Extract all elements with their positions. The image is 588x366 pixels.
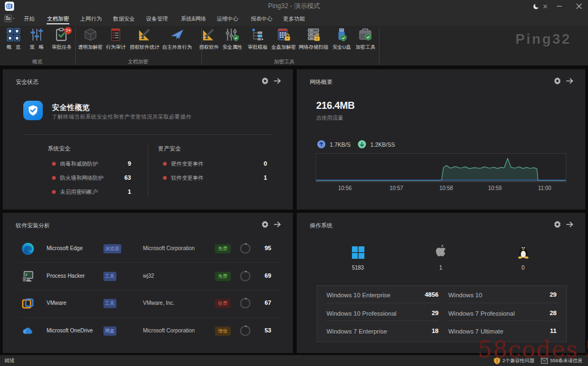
price-badge: 增值 bbox=[215, 326, 231, 336]
price-badge: 免费 bbox=[215, 272, 231, 281]
menu-item-ops-center[interactable]: 运维中心 bbox=[217, 12, 238, 26]
ruler-pencil-icon bbox=[202, 28, 216, 42]
menu-item-start[interactable]: 开始 bbox=[24, 12, 35, 26]
theme-moon-button[interactable] bbox=[531, 0, 541, 12]
menu-item-device-mgmt[interactable]: 设备管理 bbox=[146, 12, 168, 26]
close-icon bbox=[576, 3, 582, 9]
ribbon-button-self-send[interactable]: 自主外发行为 bbox=[162, 28, 192, 56]
gear-icon[interactable] bbox=[261, 77, 269, 85]
ribbon-button-encryption-tools[interactable]: 加密工具 bbox=[356, 28, 376, 56]
panel-software-analysis: 软件安装分析 Microsoft Edge 浏览器 Microsoft Corp… bbox=[3, 213, 293, 353]
divider bbox=[448, 303, 558, 303]
menu-item-system-network[interactable]: 系统&网络 bbox=[181, 12, 206, 26]
red-dot bbox=[163, 162, 167, 166]
server-lock-icon bbox=[306, 28, 321, 42]
ribbon-button-behavior-audit[interactable]: 行为审计 bbox=[106, 28, 126, 56]
menu-item-web-behavior[interactable]: 上网行为 bbox=[80, 12, 102, 26]
arrow-right-icon[interactable] bbox=[566, 77, 573, 84]
os-version-table: Windows 10 Enterprise 4856 Windows 10 29… bbox=[317, 285, 567, 342]
red-dot bbox=[52, 162, 56, 166]
ribbon-button-fulldisk-encryption[interactable]: 全盘加解密 bbox=[271, 28, 296, 56]
panel-title: 软件安装分析 bbox=[16, 222, 50, 230]
ribbon-group-encryption-tools: 加密工具 bbox=[274, 58, 295, 66]
menu-item-doc-encryption[interactable]: 文档加密 bbox=[47, 12, 69, 26]
security-overview-desc: 了解终端当前系统安全性和资产变更情况并采取必要操作 bbox=[52, 113, 192, 121]
software-row-process-hacker[interactable]: Process Hacker 工具 wj32 免费 69 bbox=[3, 263, 293, 290]
menu-item-more[interactable]: 更多功能 bbox=[283, 12, 305, 26]
process-hacker-icon bbox=[22, 270, 34, 283]
red-dot bbox=[52, 176, 56, 180]
windows-count: 5183 bbox=[325, 265, 390, 271]
ribbon-button-approval-template[interactable]: 审批模板 bbox=[248, 28, 268, 56]
gear-icon[interactable] bbox=[553, 220, 561, 228]
arrow-right-icon[interactable] bbox=[566, 221, 573, 228]
security-row: 未启用密码帐户 1 bbox=[52, 188, 131, 196]
category-badge: 浏览器 bbox=[103, 244, 121, 253]
divider bbox=[23, 134, 273, 135]
gear-icon[interactable] bbox=[553, 77, 561, 85]
briefcase-shield-icon bbox=[358, 28, 373, 42]
price-badge: 收费 bbox=[215, 299, 231, 308]
minimize-icon bbox=[557, 3, 562, 9]
ribbon-button-approval-tasks[interactable]: 7+ 审批任务 bbox=[52, 28, 72, 56]
arrow-right-icon[interactable] bbox=[273, 221, 281, 228]
paper-plane-icon bbox=[170, 28, 184, 42]
menu-bar: 开始 文档加密 上网行为 数据安全 设备管理 系统&网络 运维中心 报表中心 更… bbox=[0, 12, 588, 26]
window-title: Ping32 - 演示模式 bbox=[0, 0, 588, 12]
close-button[interactable] bbox=[573, 0, 585, 12]
security-row: 硬件变更事件 0 bbox=[163, 160, 267, 168]
watermark-fragment: 5 bbox=[584, 336, 588, 363]
ribbon-button-transparent-encryption[interactable]: 透明加解密 bbox=[78, 28, 103, 56]
windows-icon bbox=[325, 244, 390, 259]
approval-badge: 7+ bbox=[64, 27, 72, 34]
small-x-icon bbox=[543, 4, 547, 9]
app-menu-button[interactable] bbox=[4, 15, 15, 25]
score-value: 69 bbox=[250, 272, 271, 279]
download-icon bbox=[358, 140, 366, 148]
divider bbox=[326, 321, 439, 321]
watermark: 58codes bbox=[478, 336, 578, 363]
ribbon-button-authorized-software-stats[interactable]: 授权软件统计 bbox=[129, 28, 159, 56]
ribbon-group-overview: 概览 bbox=[32, 58, 43, 66]
upload-icon bbox=[317, 140, 325, 148]
ribbon-button-overview[interactable]: 概 览 bbox=[6, 28, 21, 56]
security-overview-title: 安全性概览 bbox=[52, 103, 90, 113]
gear-icon[interactable] bbox=[261, 220, 269, 228]
minimize-button[interactable] bbox=[553, 0, 565, 12]
panel-title: 操作系统 bbox=[310, 222, 332, 230]
ribbon-button-security-attributes[interactable]: 安全属性 bbox=[223, 28, 243, 56]
linux-count: 0 bbox=[491, 265, 556, 271]
upload-rate: 1.7KB/S bbox=[330, 141, 351, 148]
category-badge: 网盘 bbox=[103, 326, 116, 336]
software-row-edge[interactable]: Microsoft Edge 浏览器 Microsoft Corporation… bbox=[3, 235, 293, 262]
traffic-chart bbox=[316, 153, 566, 182]
x-tick: 10:59 bbox=[488, 185, 501, 191]
software-row-onedrive[interactable]: Microsoft OneDrive 网盘 Microsoft Corporat… bbox=[3, 317, 293, 344]
ribbon-button-secure-usb[interactable]: 安全U盘 bbox=[332, 28, 351, 56]
x-tick: 10:57 bbox=[389, 185, 403, 191]
menu-item-data-security[interactable]: 数据安全 bbox=[113, 12, 135, 26]
total-traffic-label: 总使用流量 bbox=[316, 114, 343, 122]
ribbon-button-authorized-software[interactable]: 授权软件 bbox=[199, 28, 219, 56]
ribbon-button-network-storage-scan[interactable]: 网络存储扫描 bbox=[298, 28, 328, 56]
ribbon-toolbar: 概 览 策 略 7+ 审批任务 概览 bbox=[0, 26, 588, 67]
legend-download: 1.2KB/SS bbox=[358, 140, 395, 148]
software-row-vmware[interactable]: VMware 工具 VMware, Inc. 收费 67 bbox=[3, 290, 293, 317]
overview-grid-icon bbox=[6, 28, 21, 42]
status-ready: 就绪 bbox=[4, 357, 15, 364]
column-header-system-security: 系统安全 bbox=[48, 145, 70, 153]
red-dot bbox=[52, 190, 56, 194]
arrow-right-icon[interactable] bbox=[273, 77, 281, 84]
menu-item-report-center[interactable]: 报表中心 bbox=[251, 12, 272, 26]
os-linux: 0 bbox=[491, 244, 556, 271]
total-traffic-value: 216.4MB bbox=[316, 100, 355, 112]
divider bbox=[326, 303, 439, 303]
score-value: 53 bbox=[250, 327, 271, 334]
ribbon-button-policy[interactable]: 策 略 bbox=[30, 28, 44, 56]
security-row: 病毒和威胁防护 9 bbox=[52, 160, 131, 168]
x-tick: 10:58 bbox=[439, 185, 453, 191]
vmware-icon bbox=[22, 297, 34, 310]
linux-tux-icon bbox=[491, 244, 556, 259]
demo-close-button[interactable] bbox=[541, 0, 549, 12]
legend-upload: 1.7KB/S bbox=[317, 140, 351, 148]
